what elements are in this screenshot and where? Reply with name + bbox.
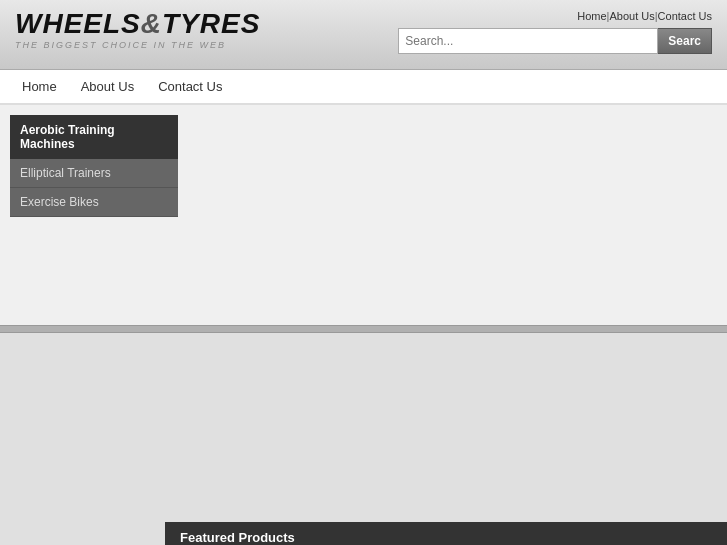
top-nav-home[interactable]: Home: [577, 10, 606, 22]
search-button[interactable]: Searc: [658, 28, 712, 54]
content-area: Aerobic Training Machines Elliptical Tra…: [0, 105, 727, 325]
bottom-area: Featured Products: [0, 333, 727, 545]
logo-text-wheels: WHEELS: [15, 8, 141, 39]
logo-subtitle: THE BIGGEST CHOICE IN THE WEB: [15, 40, 260, 50]
sidebar-category[interactable]: Aerobic Training Machines: [10, 115, 178, 159]
logo-area: WHEELS&TYRES THE BIGGEST CHOICE IN THE W…: [15, 10, 260, 50]
search-input[interactable]: [398, 28, 658, 54]
top-nav-links: Home | About Us | Contact Us: [577, 10, 712, 22]
main-nav: Home About Us Contact Us: [0, 70, 727, 105]
top-right-area: Home | About Us | Contact Us Searc: [398, 10, 712, 54]
sidebar-item-exercise-bikes[interactable]: Exercise Bikes: [10, 188, 178, 217]
logo-text-tyres: TYRES: [162, 8, 260, 39]
top-nav-contact[interactable]: Contact Us: [658, 10, 712, 22]
nav-item-contact[interactable]: Contact Us: [146, 71, 234, 102]
sidebar-item-elliptical[interactable]: Elliptical Trainers: [10, 159, 178, 188]
sidebar: Aerobic Training Machines Elliptical Tra…: [10, 115, 178, 315]
nav-item-home[interactable]: Home: [10, 71, 69, 102]
logo-ampersand: &: [141, 8, 162, 39]
featured-products-bar: Featured Products: [165, 522, 727, 545]
search-bar: Searc: [398, 28, 712, 54]
page-header: WHEELS&TYRES THE BIGGEST CHOICE IN THE W…: [0, 0, 727, 70]
logo-title: WHEELS&TYRES: [15, 10, 260, 38]
mid-separator: [0, 325, 727, 333]
top-nav-about[interactable]: About Us: [609, 10, 654, 22]
nav-item-about[interactable]: About Us: [69, 71, 146, 102]
